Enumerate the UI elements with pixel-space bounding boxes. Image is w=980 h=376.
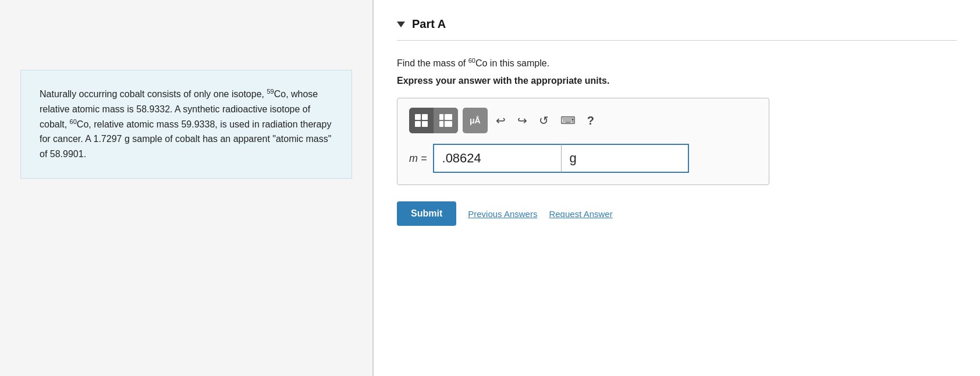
grid-icon: [415, 114, 428, 127]
redo-icon: ↪: [517, 113, 527, 127]
problem-text: Naturally occurring cobalt consists of o…: [40, 89, 331, 159]
part-header: Part A: [397, 17, 957, 41]
collapse-chevron-icon[interactable]: [397, 22, 405, 27]
problem-box: Naturally occurring cobalt consists of o…: [20, 70, 352, 179]
mu-a-label: μÅ: [470, 116, 481, 125]
question-text: Find the mass of 60Co in this sample.: [397, 57, 957, 69]
help-button[interactable]: ?: [584, 112, 598, 130]
request-answer-button[interactable]: Request Answer: [549, 209, 612, 219]
keyboard-icon: ⌨: [560, 114, 576, 127]
right-panel: Part A Find the mass of 60Co in this sam…: [374, 0, 980, 376]
mu-a-button[interactable]: μÅ: [463, 108, 488, 133]
instruction-text: Express your answer with the appropriate…: [397, 76, 957, 86]
undo-button[interactable]: ↩: [492, 111, 509, 130]
answer-value-input[interactable]: [433, 144, 561, 173]
answer-container: μÅ ↩ ↪ ↺ ⌨ ? m =: [397, 98, 769, 185]
template-secondary-button[interactable]: [434, 108, 458, 133]
part-title: Part A: [412, 17, 446, 31]
submit-button[interactable]: Submit: [397, 201, 456, 226]
toolbar: μÅ ↩ ↪ ↺ ⌨ ?: [409, 108, 757, 133]
question-before: Find the mass of: [397, 58, 468, 68]
answer-label: m =: [409, 152, 427, 165]
left-panel: Naturally occurring cobalt consists of o…: [0, 0, 372, 376]
reset-button[interactable]: ↺: [535, 111, 552, 130]
previous-answers-button[interactable]: Previous Answers: [468, 209, 537, 219]
grid-icon-2: [439, 114, 452, 127]
keyboard-button[interactable]: ⌨: [557, 112, 579, 129]
question-superscript: 60: [468, 57, 475, 64]
answer-row: m =: [409, 144, 757, 173]
answer-unit-input[interactable]: [561, 144, 689, 173]
reset-icon: ↺: [539, 113, 549, 127]
action-row: Submit Previous Answers Request Answer: [397, 201, 957, 226]
undo-icon: ↩: [496, 113, 506, 127]
question-after: Co in this sample.: [475, 58, 549, 68]
redo-button[interactable]: ↪: [514, 111, 531, 130]
template-icon-button[interactable]: [409, 108, 434, 133]
template-button-group: [409, 108, 458, 133]
help-icon: ?: [587, 114, 594, 127]
